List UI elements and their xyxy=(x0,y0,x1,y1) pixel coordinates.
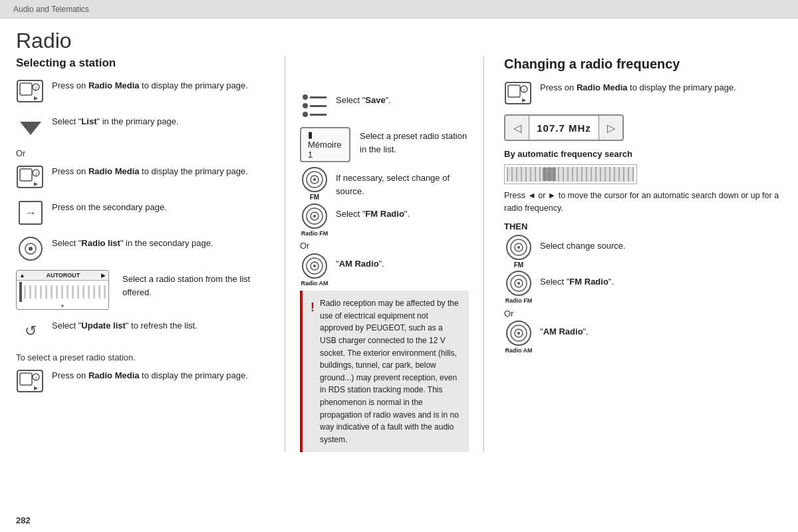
triangle-shape xyxy=(20,122,41,135)
autoroute-bottom-arrow: ▼ xyxy=(17,303,108,310)
right-fm-label-1: FM xyxy=(514,261,523,269)
svg-point-42 xyxy=(517,282,520,285)
then-label: THEN xyxy=(504,221,782,231)
memoire-icon: ▮ xyxy=(308,130,313,140)
step-secondary-page-text: Press on the secondary page. xyxy=(52,198,275,214)
or-label-3: Or xyxy=(504,309,782,319)
right-step-radio-media-text: Press on Radio Media to display the prim… xyxy=(540,78,782,94)
svg-point-46 xyxy=(517,332,520,334)
auto-freq-label: By automatic frequency search xyxy=(504,149,782,159)
selecting-station-title: Selecting a station xyxy=(16,57,275,70)
auto-freq-desc: Press ◄ or ► to move the cursor for an a… xyxy=(504,190,782,215)
step-save-text: Select "Save". xyxy=(336,91,469,107)
freq-left-arrow[interactable]: ◁ xyxy=(505,116,529,140)
middle-column: Select "Save". ▮ Mémoire 1 Select a pres… xyxy=(295,57,474,452)
memoire-label: Mémoire 1 xyxy=(308,140,342,160)
svg-text:▶: ▶ xyxy=(34,385,39,391)
right-step-radio-media: ▶ ♪ Press on Radio Media to display the … xyxy=(504,78,782,108)
autoroute-display: ▲ AUTOROUT ▶ ▼ xyxy=(16,270,116,310)
arrow-right-box: → xyxy=(19,201,43,225)
left-column: Selecting a station ▶ ♪ Press on Radio M… xyxy=(16,57,275,452)
step-memoire-text: Select a preset radio station in the lis… xyxy=(360,127,469,156)
radio-am-icon: Radio AM xyxy=(300,255,329,284)
right-step-fm-source-text: Select change source. xyxy=(540,237,782,253)
page: Audio and Telematics Radio Selecting a s… xyxy=(0,0,798,532)
svg-point-12 xyxy=(29,247,33,251)
or-label-2: Or xyxy=(300,241,469,251)
radio-list-icon xyxy=(16,234,45,263)
col-divider-2 xyxy=(483,57,484,452)
step-radio-media-3-text: Press on Radio Media to display the prim… xyxy=(52,366,275,382)
step-autoroute: ▲ AUTOROUT ▶ ▼ Select a radio station fr… xyxy=(16,270,275,310)
or-label-1: Or xyxy=(16,148,275,158)
right-step-am-radio: Radio AM "AM Radio". xyxy=(504,323,782,352)
triangle-down-icon xyxy=(16,112,45,142)
fm-svg-1 xyxy=(301,166,328,193)
memoire-btn-container: ▮ Mémoire 1 xyxy=(300,127,353,162)
svg-text:♪: ♪ xyxy=(35,374,38,381)
freq-bar xyxy=(507,167,634,182)
step-radio-media-2-text: Press on Radio Media to display the prim… xyxy=(52,162,275,178)
radio-am-svg xyxy=(301,253,328,279)
step-radio-media-2: ▶ ♪ Press on Radio Media to display the … xyxy=(16,162,275,192)
svg-text:♪: ♪ xyxy=(35,84,38,91)
autoroute-bars xyxy=(17,281,108,303)
autoroute-left-icon: ▲ xyxy=(19,272,25,279)
right-radio-am-label: Radio AM xyxy=(505,347,532,354)
warning-text: Radio reception may be affected by the u… xyxy=(320,297,461,446)
memoire-button[interactable]: ▮ Mémoire 1 xyxy=(300,127,350,162)
right-fm-svg-1 xyxy=(505,234,532,261)
step-radio-list: Select "Radio list" in the secondary pag… xyxy=(16,234,275,263)
right-step-fm-radio-text: Select "FM Radio". xyxy=(540,273,782,289)
step-memoire: ▮ Mémoire 1 Select a preset radio statio… xyxy=(300,127,469,162)
step-radio-media-1: ▶ ♪ Press on Radio Media to display the … xyxy=(16,76,275,106)
warning-box-inner: ! Radio reception may be affected by the… xyxy=(311,297,461,446)
radio-fm-label: Radio FM xyxy=(301,230,329,237)
step-fm-source: FM If necessary, select change of source… xyxy=(300,169,469,198)
radio-list-svg xyxy=(18,236,43,261)
warning-box: ! Radio reception may be affected by the… xyxy=(300,291,469,452)
save-lines-shape xyxy=(303,94,327,117)
svg-text:▶: ▶ xyxy=(34,95,39,101)
step-fm-source-text: If necessary, select change of source. xyxy=(336,169,469,198)
autoroute-right-icon: ▶ xyxy=(101,272,106,279)
step-autoroute-text: Select a radio station from the list off… xyxy=(122,270,275,299)
right-step-fm-radio: Radio FM Select "FM Radio". xyxy=(504,273,782,302)
step-am-radio-text: "AM Radio". xyxy=(336,255,469,271)
refresh-shape: ↺ xyxy=(19,319,43,343)
svg-rect-5 xyxy=(17,166,43,188)
radio-am-label: Radio AM xyxy=(301,280,328,287)
step-fm-radio-text: Select "FM Radio". xyxy=(336,205,469,221)
autoroute-label: AUTOROUT xyxy=(47,272,80,279)
warning-icon: ! xyxy=(311,299,315,446)
radio-media-icon-2: ▶ ♪ xyxy=(16,162,45,192)
top-bar-text: Audio and Telematics xyxy=(13,5,89,14)
step-list-text: Select "List" in the primary page. xyxy=(52,112,275,128)
step-radio-media-3: ▶ ♪ Press on Radio Media to display the … xyxy=(16,366,275,396)
svg-rect-31 xyxy=(508,85,520,97)
svg-point-21 xyxy=(313,178,316,181)
autoroute-top: ▲ AUTOROUT ▶ xyxy=(17,271,108,281)
right-step-am-radio-text: "AM Radio". xyxy=(540,323,782,338)
svg-point-29 xyxy=(313,265,316,267)
right-column: Changing a radio frequency ▶ ♪ Press on … xyxy=(493,57,782,452)
right-radio-am-svg xyxy=(505,320,532,346)
radio-media-svg-3: ▶ ♪ xyxy=(16,368,45,394)
freq-display[interactable]: ◁ 107.7 MHz ▷ xyxy=(504,114,624,141)
right-radio-am-icon: Radio AM xyxy=(504,323,533,352)
svg-point-38 xyxy=(517,246,520,249)
right-step-fm-source: FM Select change source. xyxy=(504,237,782,266)
right-fm-icon-1: FM xyxy=(504,237,533,266)
step-radio-media-1-text: Press on Radio Media to display the prim… xyxy=(52,76,275,92)
svg-text:♪: ♪ xyxy=(523,86,526,93)
svg-rect-30 xyxy=(505,82,531,104)
changing-freq-title: Changing a radio frequency xyxy=(504,57,782,72)
svg-rect-0 xyxy=(17,80,43,102)
preset-intro-text: To select a preset radio station. xyxy=(16,352,275,362)
freq-right-arrow[interactable]: ▷ xyxy=(598,116,622,140)
svg-text:▶: ▶ xyxy=(34,181,39,187)
svg-point-25 xyxy=(313,215,316,217)
fm-label-1: FM xyxy=(310,194,319,201)
step-save: Select "Save". xyxy=(300,91,469,120)
step-radio-list-text: Select "Radio list" in the secondary pag… xyxy=(52,234,275,250)
